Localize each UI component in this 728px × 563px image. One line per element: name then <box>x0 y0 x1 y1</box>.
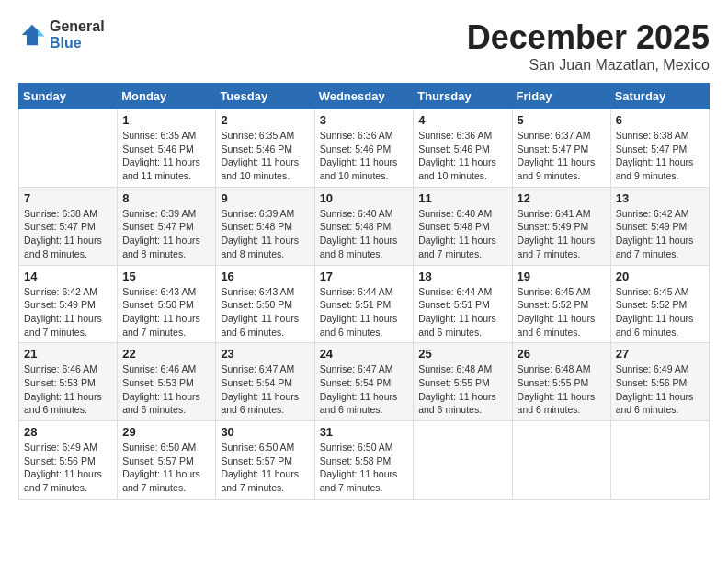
day-info: Sunrise: 6:39 AM Sunset: 5:48 PM Dayligh… <box>221 207 309 261</box>
day-info: Sunrise: 6:45 AM Sunset: 5:52 PM Dayligh… <box>518 285 606 339</box>
calendar-cell: 21Sunrise: 6:46 AM Sunset: 5:53 PM Dayli… <box>19 343 118 421</box>
calendar-cell: 23Sunrise: 6:47 AM Sunset: 5:54 PM Dayli… <box>216 343 314 421</box>
day-header-wednesday: Wednesday <box>314 84 414 109</box>
day-info: Sunrise: 6:37 AM Sunset: 5:47 PM Dayligh… <box>518 129 606 183</box>
day-info: Sunrise: 6:50 AM Sunset: 5:57 PM Dayligh… <box>122 441 210 495</box>
day-number: 20 <box>616 270 704 283</box>
day-number: 1 <box>122 113 210 127</box>
calendar-header-row: SundayMondayTuesdayWednesdayThursdayFrid… <box>19 84 710 109</box>
day-number: 3 <box>320 113 409 127</box>
day-number: 17 <box>320 270 409 283</box>
day-info: Sunrise: 6:39 AM Sunset: 5:47 PM Dayligh… <box>122 207 210 261</box>
calendar-cell: 16Sunrise: 6:43 AM Sunset: 5:50 PM Dayli… <box>216 265 314 343</box>
day-info: Sunrise: 6:45 AM Sunset: 5:52 PM Dayligh… <box>616 285 704 339</box>
calendar-cell: 9Sunrise: 6:39 AM Sunset: 5:48 PM Daylig… <box>216 187 314 265</box>
day-number: 9 <box>221 191 309 205</box>
day-info: Sunrise: 6:36 AM Sunset: 5:46 PM Dayligh… <box>320 129 409 183</box>
day-info: Sunrise: 6:50 AM Sunset: 5:58 PM Dayligh… <box>320 441 409 495</box>
calendar-cell <box>19 109 118 188</box>
day-number: 31 <box>320 425 409 439</box>
day-info: Sunrise: 6:36 AM Sunset: 5:46 PM Dayligh… <box>418 129 506 183</box>
day-info: Sunrise: 6:46 AM Sunset: 5:53 PM Dayligh… <box>122 362 210 417</box>
logo-text: General Blue <box>50 18 105 51</box>
day-info: Sunrise: 6:42 AM Sunset: 5:49 PM Dayligh… <box>616 207 704 261</box>
calendar-week-row: 21Sunrise: 6:46 AM Sunset: 5:53 PM Dayli… <box>19 343 710 421</box>
day-info: Sunrise: 6:47 AM Sunset: 5:54 PM Dayligh… <box>320 362 409 417</box>
calendar-week-row: 14Sunrise: 6:42 AM Sunset: 5:49 PM Dayli… <box>19 265 710 343</box>
location-subtitle: San Juan Mazatlan, Mexico <box>467 57 710 74</box>
calendar-cell: 2Sunrise: 6:35 AM Sunset: 5:46 PM Daylig… <box>216 109 314 188</box>
day-info: Sunrise: 6:49 AM Sunset: 5:56 PM Dayligh… <box>24 441 112 495</box>
day-header-tuesday: Tuesday <box>216 84 314 109</box>
logo-blue: Blue <box>50 35 105 52</box>
calendar-cell: 15Sunrise: 6:43 AM Sunset: 5:50 PM Dayli… <box>118 265 216 343</box>
day-header-monday: Monday <box>118 84 216 109</box>
day-number: 15 <box>122 270 210 283</box>
day-info: Sunrise: 6:44 AM Sunset: 5:51 PM Dayligh… <box>320 285 409 339</box>
logo: General Blue <box>18 18 105 51</box>
day-info: Sunrise: 6:44 AM Sunset: 5:51 PM Dayligh… <box>418 285 506 339</box>
day-number: 28 <box>24 425 112 439</box>
calendar-cell <box>414 421 512 500</box>
title-block: December 2025 San Juan Mazatlan, Mexico <box>467 18 710 74</box>
day-info: Sunrise: 6:46 AM Sunset: 5:53 PM Dayligh… <box>24 362 112 417</box>
day-info: Sunrise: 6:35 AM Sunset: 5:46 PM Dayligh… <box>221 129 309 183</box>
calendar-cell <box>610 421 709 500</box>
calendar-cell: 5Sunrise: 6:37 AM Sunset: 5:47 PM Daylig… <box>512 109 610 188</box>
day-number: 8 <box>122 191 210 205</box>
calendar-cell: 25Sunrise: 6:48 AM Sunset: 5:55 PM Dayli… <box>414 343 512 421</box>
day-info: Sunrise: 6:42 AM Sunset: 5:49 PM Dayligh… <box>24 285 112 339</box>
day-header-thursday: Thursday <box>414 84 512 109</box>
calendar-cell: 31Sunrise: 6:50 AM Sunset: 5:58 PM Dayli… <box>314 421 414 500</box>
calendar-cell: 6Sunrise: 6:38 AM Sunset: 5:47 PM Daylig… <box>610 109 709 188</box>
day-info: Sunrise: 6:50 AM Sunset: 5:57 PM Dayligh… <box>221 441 309 495</box>
day-number: 27 <box>616 347 704 361</box>
calendar-cell: 8Sunrise: 6:39 AM Sunset: 5:47 PM Daylig… <box>118 187 216 265</box>
month-title: December 2025 <box>467 18 710 57</box>
calendar-cell: 27Sunrise: 6:49 AM Sunset: 5:56 PM Dayli… <box>610 343 709 421</box>
page-header: General Blue December 2025 San Juan Maza… <box>18 18 710 74</box>
day-number: 18 <box>418 270 506 283</box>
day-header-friday: Friday <box>512 84 610 109</box>
day-info: Sunrise: 6:48 AM Sunset: 5:55 PM Dayligh… <box>518 362 606 417</box>
calendar-cell: 22Sunrise: 6:46 AM Sunset: 5:53 PM Dayli… <box>118 343 216 421</box>
day-header-sunday: Sunday <box>19 84 118 109</box>
day-number: 19 <box>518 270 606 283</box>
calendar-cell: 3Sunrise: 6:36 AM Sunset: 5:46 PM Daylig… <box>314 109 414 188</box>
day-number: 23 <box>221 347 309 361</box>
day-info: Sunrise: 6:35 AM Sunset: 5:46 PM Dayligh… <box>122 129 210 183</box>
day-info: Sunrise: 6:38 AM Sunset: 5:47 PM Dayligh… <box>616 129 704 183</box>
day-number: 2 <box>221 113 309 127</box>
calendar-cell: 20Sunrise: 6:45 AM Sunset: 5:52 PM Dayli… <box>610 265 709 343</box>
day-info: Sunrise: 6:43 AM Sunset: 5:50 PM Dayligh… <box>122 285 210 339</box>
calendar-cell: 24Sunrise: 6:47 AM Sunset: 5:54 PM Dayli… <box>314 343 414 421</box>
day-number: 5 <box>518 113 606 127</box>
calendar-week-row: 28Sunrise: 6:49 AM Sunset: 5:56 PM Dayli… <box>19 421 710 500</box>
calendar-cell: 30Sunrise: 6:50 AM Sunset: 5:57 PM Dayli… <box>216 421 314 500</box>
day-number: 26 <box>518 347 606 361</box>
calendar-cell: 4Sunrise: 6:36 AM Sunset: 5:46 PM Daylig… <box>414 109 512 188</box>
day-info: Sunrise: 6:41 AM Sunset: 5:49 PM Dayligh… <box>518 207 606 261</box>
calendar-cell: 18Sunrise: 6:44 AM Sunset: 5:51 PM Dayli… <box>414 265 512 343</box>
day-number: 10 <box>320 191 409 205</box>
day-number: 6 <box>616 113 704 127</box>
day-number: 25 <box>418 347 506 361</box>
day-number: 7 <box>24 191 112 205</box>
day-header-saturday: Saturday <box>610 84 709 109</box>
logo-icon <box>18 21 46 49</box>
calendar-cell: 14Sunrise: 6:42 AM Sunset: 5:49 PM Dayli… <box>19 265 118 343</box>
day-info: Sunrise: 6:43 AM Sunset: 5:50 PM Dayligh… <box>221 285 309 339</box>
day-number: 29 <box>122 425 210 439</box>
day-info: Sunrise: 6:48 AM Sunset: 5:55 PM Dayligh… <box>418 362 506 417</box>
calendar-cell: 19Sunrise: 6:45 AM Sunset: 5:52 PM Dayli… <box>512 265 610 343</box>
calendar-cell: 29Sunrise: 6:50 AM Sunset: 5:57 PM Dayli… <box>118 421 216 500</box>
calendar-cell: 10Sunrise: 6:40 AM Sunset: 5:48 PM Dayli… <box>314 187 414 265</box>
day-number: 13 <box>616 191 704 205</box>
calendar-table: SundayMondayTuesdayWednesdayThursdayFrid… <box>18 83 710 500</box>
day-info: Sunrise: 6:40 AM Sunset: 5:48 PM Dayligh… <box>320 207 409 261</box>
day-number: 30 <box>221 425 309 439</box>
day-number: 16 <box>221 270 309 283</box>
calendar-cell: 26Sunrise: 6:48 AM Sunset: 5:55 PM Dayli… <box>512 343 610 421</box>
day-number: 24 <box>320 347 409 361</box>
svg-marker-1 <box>38 29 45 37</box>
